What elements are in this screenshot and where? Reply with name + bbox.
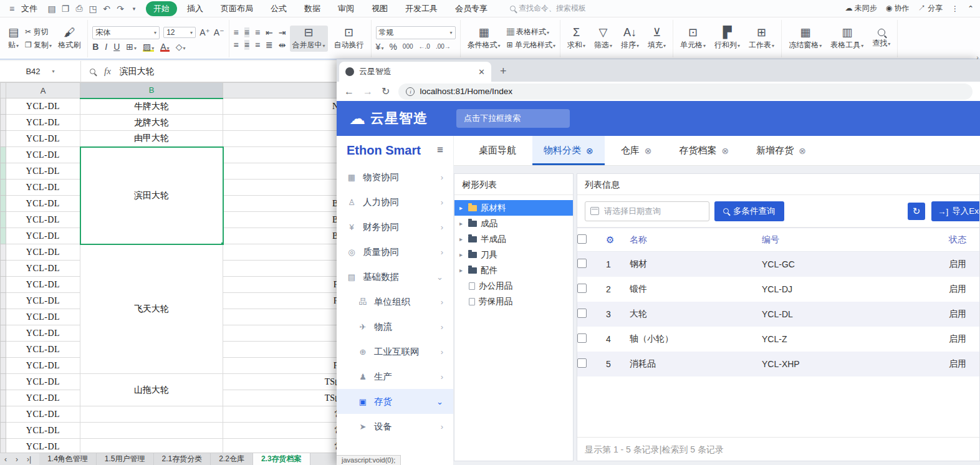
row-header[interactable] — [1, 131, 6, 147]
grid-cell-a[interactable]: YCL-DL — [6, 423, 80, 439]
grid-cell-c[interactable]: F — [223, 309, 348, 325]
sidebar-item-money-bag[interactable]: ¥财务协同› — [337, 214, 453, 239]
print-preview-icon[interactable]: ◳ — [86, 4, 100, 14]
decrease-decimal-icon[interactable]: ←.0 — [419, 43, 430, 50]
row-checkbox[interactable] — [577, 309, 587, 318]
italic-button[interactable]: I — [105, 42, 107, 52]
row-number[interactable]: 2 — [606, 277, 630, 302]
fill-handle[interactable] — [221, 242, 223, 244]
grid-cell-a[interactable]: YCL-DL — [6, 406, 80, 423]
caret-icon[interactable]: ▸ — [459, 204, 464, 211]
sheet-tab[interactable]: 1.4角色管理 — [39, 453, 97, 465]
sidebar-collapse-icon[interactable]: ≡ — [437, 144, 443, 156]
insert-function-icon[interactable]: fx — [104, 66, 111, 77]
sidebar-item-person[interactable]: ♙人力协同› — [337, 189, 453, 214]
tree-item[interactable]: ▸半成品 — [454, 231, 573, 247]
sidebar-item-plane[interactable]: ✈物流› — [337, 314, 453, 339]
share-button[interactable]: ↗ 分享 — [918, 3, 943, 14]
align-right-icon[interactable]: ≡ — [255, 40, 260, 50]
tree-item[interactable]: ▸配件 — [454, 262, 573, 278]
zoom-icon[interactable] — [90, 69, 95, 74]
app-tab[interactable]: 桌面导航 — [468, 136, 527, 165]
grid-cell-a[interactable]: YCL-DL — [6, 261, 80, 277]
back-icon[interactable]: ← — [344, 86, 354, 97]
grid-cell-c[interactable]: BT — [223, 228, 348, 244]
tab-close-icon[interactable]: ⊗ — [721, 146, 729, 156]
row-header[interactable] — [1, 358, 6, 374]
collapse-ribbon-icon[interactable]: ⌃ — [968, 4, 974, 13]
sync-status[interactable]: ☁ 未同步 — [845, 3, 877, 14]
grid-cell-b[interactable] — [80, 439, 223, 453]
row-number[interactable]: 3 — [606, 302, 630, 327]
fill-button[interactable]: ⊻ 填充▾ — [645, 26, 668, 52]
grid-cell-c[interactable]: 常 — [223, 423, 348, 439]
cell-name-box[interactable]: B42 ▾ — [0, 61, 81, 82]
sidebar-item-cubes[interactable]: ▦物资协同› — [337, 165, 453, 189]
reload-icon[interactable]: ↻ — [382, 85, 390, 97]
refresh-button[interactable]: ↻ — [908, 203, 925, 220]
row-checkbox[interactable] — [577, 333, 587, 343]
align-bottom-icon[interactable]: ≡ — [255, 27, 260, 37]
caret-icon[interactable]: ▸ — [459, 220, 464, 227]
grid-cell-a[interactable]: YCL-DL — [6, 325, 80, 342]
cells-button[interactable]: ⊡ 单元格▾ — [678, 26, 708, 52]
caret-icon[interactable]: ▸ — [459, 267, 464, 274]
borders-button[interactable]: ⊞▾ — [126, 42, 137, 52]
column-header[interactable]: 名称 — [630, 228, 762, 252]
grid-cell-c[interactable]: F — [223, 325, 348, 342]
row-header[interactable] — [1, 196, 6, 212]
grid-cell-c[interactable]: TS山 — [223, 374, 348, 390]
fill-color-button[interactable]: ▨▾ — [143, 42, 154, 52]
wps-menu-tab[interactable]: 页面布局 — [213, 1, 261, 16]
browser-tab[interactable]: 云星智造 ✕ — [339, 62, 491, 82]
table-tools-button[interactable]: ▥ 表格工具▾ — [828, 26, 866, 52]
table-row[interactable]: 3大轮YCL-DL启用 — [577, 302, 979, 327]
filter-button[interactable]: ▽ 筛选▾ — [592, 26, 615, 52]
row-header[interactable] — [1, 115, 6, 131]
grid-cell-b[interactable]: 龙牌大轮 — [80, 115, 223, 131]
app-tab[interactable]: 新增存货⊗ — [745, 136, 817, 165]
selected-merged-cell[interactable]: 滨田大轮 — [80, 147, 223, 244]
align-center-icon[interactable]: ≡ — [244, 40, 249, 50]
grid-cell-a[interactable]: YCL-DL — [6, 390, 80, 406]
row-header[interactable] — [1, 390, 6, 406]
tab-close-icon[interactable]: ⊗ — [586, 146, 593, 156]
justify-icon[interactable]: ≣ — [266, 40, 273, 50]
wps-menu-tab[interactable]: 视图 — [364, 1, 395, 16]
tab-close-icon[interactable]: ⊗ — [645, 146, 652, 156]
wps-menu-tab[interactable]: 审阅 — [330, 1, 362, 16]
print-icon[interactable]: ⎙ — [72, 3, 86, 14]
table-row[interactable]: 2锻件YCL-DJ启用 — [577, 277, 979, 302]
grid-cell-c[interactable]: FT — [223, 358, 348, 374]
tree-item[interactable]: 办公用品 — [454, 278, 573, 294]
table-row[interactable]: 4轴（小轮）YCL-Z启用 — [577, 327, 979, 352]
grid-cell-a[interactable]: YCL-DL — [6, 212, 80, 228]
column-header-a[interactable]: A — [6, 83, 80, 98]
row-header[interactable] — [1, 325, 6, 342]
grid-cell-a[interactable]: YCL-DL — [6, 196, 80, 212]
grid-cell-a[interactable]: YCL-DL — [6, 342, 80, 358]
grid-cell-c[interactable]: 常 — [223, 439, 348, 453]
sidebar-item-rocket[interactable]: ➤设备› — [337, 414, 453, 439]
gear-icon[interactable]: ⚙ — [606, 234, 614, 245]
format-painter-button[interactable]: 🖌 格式刷 — [55, 26, 83, 52]
row-header[interactable] — [1, 342, 6, 358]
row-checkbox[interactable] — [577, 259, 587, 268]
grid-cell-c[interactable] — [223, 115, 348, 131]
align-left-icon[interactable]: ≡ — [234, 40, 239, 50]
app-tab[interactable]: 仓库⊗ — [610, 136, 663, 165]
caret-icon[interactable]: ▸ — [459, 251, 464, 258]
multi-condition-query-button[interactable]: 多条件查询 — [714, 201, 784, 221]
row-header[interactable] — [1, 406, 6, 423]
grid-cell-c[interactable]: FT — [223, 293, 348, 309]
cut-button[interactable]: ✂ 剪切 — [25, 27, 52, 37]
wps-menu-tab[interactable]: 插入 — [180, 1, 211, 16]
row-header[interactable] — [1, 309, 6, 325]
column-header[interactable]: 状态 — [949, 228, 979, 252]
sheet-last-icon[interactable]: ›| — [22, 455, 36, 464]
grid-cell-c[interactable]: 常 — [223, 406, 348, 423]
grid-cell-b[interactable]: 飞天大轮 — [80, 244, 223, 374]
command-search[interactable]: 查找命令、搜索模板 — [510, 3, 586, 14]
distribute-icon[interactable]: ⇹ — [279, 40, 286, 50]
grid-cell-b[interactable] — [80, 406, 223, 423]
